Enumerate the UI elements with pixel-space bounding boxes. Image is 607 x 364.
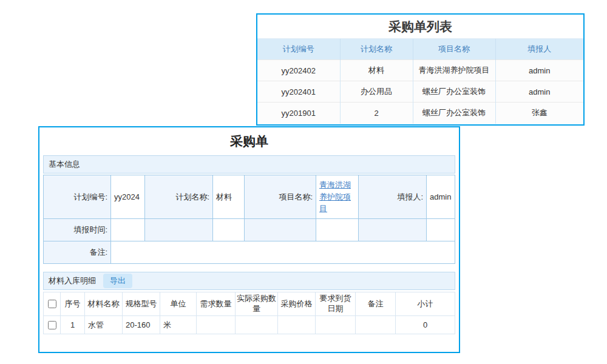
cell-material-name: 水管 (85, 316, 123, 334)
cell-reporter: 张鑫 (495, 103, 583, 124)
list-col-plan-name: 计划名称 (340, 39, 413, 60)
row-checkbox[interactable] (48, 321, 56, 329)
table-row[interactable]: yy202401 办公用品 螺丝厂办公室装饰 admin (257, 81, 583, 103)
purchase-order-list-table: 计划编号 计划名称 项目名称 填报人 yy202402 材料 青海洪湖养护院项目… (257, 38, 583, 124)
cell-project-name: 螺丝厂办公室装饰 (413, 103, 495, 124)
cell-reporter: admin (495, 60, 583, 81)
cell-price (278, 316, 316, 334)
material-detail-section-header: 材料入库明细 导出 (43, 272, 455, 290)
col-seq: 序号 (61, 292, 85, 316)
export-button[interactable]: 导出 (103, 274, 132, 288)
empty-cell (359, 219, 427, 241)
detail-panel-title: 采购单 (43, 127, 455, 155)
list-col-project-name: 项目名称 (413, 39, 495, 60)
empty-cell (245, 219, 316, 241)
table-row: 1 水管 20-160 米 0 (44, 316, 455, 334)
empty-cell (427, 219, 455, 241)
table-row[interactable]: yy202402 材料 青海洪湖养护院项目 admin (257, 60, 583, 81)
cell-due-date (316, 316, 356, 334)
purchase-order-list-panel: 采购单列表 计划编号 计划名称 项目名称 填报人 yy202402 材料 青海洪… (256, 13, 585, 126)
col-demand-qty: 需求数量 (197, 292, 236, 316)
project-name-label: 项目名称: (245, 175, 316, 219)
empty-cell (145, 219, 213, 241)
cell-project-name: 青海洪湖养护院项目 (413, 60, 495, 81)
plan-name-label: 计划名称: (145, 175, 213, 219)
table-row[interactable]: yy201901 2 螺丝厂办公室装饰 张鑫 (257, 103, 583, 124)
list-col-reporter: 填报人 (495, 39, 583, 60)
plan-no-value: yy2024 (111, 175, 145, 219)
col-material-name: 材料名称 (85, 292, 123, 316)
cell-spec-model: 20-160 (123, 316, 160, 334)
col-due-date: 要求到货日期 (316, 292, 356, 316)
basic-info-form: 计划编号: yy2024 计划名称: 材料 项目名称: 青海洪湖养护院项目 填报… (43, 175, 455, 264)
col-spec-model: 规格型号 (123, 292, 160, 316)
cell-unit: 米 (160, 316, 197, 334)
cell-plan-name: 2 (340, 103, 413, 124)
col-unit: 单位 (160, 292, 197, 316)
plan-name-value: 材料 (213, 175, 245, 219)
cell-demand-qty (197, 316, 236, 334)
detail-header-row: 序号 材料名称 规格型号 单位 需求数量 实际采购数量 采购价格 要求到货日期 … (44, 292, 455, 316)
col-price: 采购价格 (278, 292, 316, 316)
remark-label: 备注: (44, 241, 111, 264)
cell-remark (356, 316, 396, 334)
purchase-order-detail-panel: 采购单 基本信息 计划编号: yy2024 计划名称: 材料 项目名称: 青海洪… (38, 126, 460, 353)
reporter-label: 填报人: (359, 175, 427, 219)
cell-seq: 1 (61, 316, 85, 334)
project-name-cell: 青海洪湖养护院项目 (316, 175, 359, 219)
empty-cell (316, 219, 359, 241)
remark-value (111, 241, 455, 264)
basic-info-section-header: 基本信息 (43, 155, 455, 174)
reporter-value: admin (427, 175, 455, 219)
list-col-plan-no: 计划编号 (257, 39, 340, 60)
cell-project-name: 螺丝厂办公室装饰 (413, 81, 495, 103)
material-detail-title: 材料入库明细 (49, 272, 96, 289)
col-actual-qty: 实际采购数量 (236, 292, 278, 316)
form-row-remark: 备注: (44, 241, 455, 264)
list-header-row: 计划编号 计划名称 项目名称 填报人 (257, 39, 583, 60)
fill-time-value (111, 219, 145, 241)
select-all-checkbox[interactable] (48, 300, 56, 308)
cell-plan-name: 办公用品 (340, 81, 413, 103)
col-subtotal: 小计 (396, 292, 455, 316)
material-detail-table: 序号 材料名称 规格型号 单位 需求数量 实际采购数量 采购价格 要求到货日期 … (43, 292, 455, 334)
form-row-main: 计划编号: yy2024 计划名称: 材料 项目名称: 青海洪湖养护院项目 填报… (44, 175, 455, 219)
cell-plan-no: yy202401 (257, 81, 340, 103)
select-all-cell (44, 292, 61, 316)
plan-no-label: 计划编号: (44, 175, 111, 219)
form-row-fill-time: 填报时间: (44, 219, 455, 241)
cell-plan-no: yy201901 (257, 103, 340, 124)
spacer (43, 264, 455, 272)
cell-plan-no: yy202402 (257, 60, 340, 81)
list-panel-title: 采购单列表 (257, 15, 583, 38)
fill-time-label: 填报时间: (44, 219, 111, 241)
cell-actual-qty (236, 316, 278, 334)
row-select-cell (44, 316, 61, 334)
cell-subtotal: 0 (396, 316, 455, 334)
cell-reporter: admin (495, 81, 583, 103)
col-remark: 备注 (356, 292, 396, 316)
empty-cell (213, 219, 245, 241)
project-link[interactable]: 青海洪湖养护院项目 (319, 179, 355, 215)
cell-plan-name: 材料 (340, 60, 413, 81)
